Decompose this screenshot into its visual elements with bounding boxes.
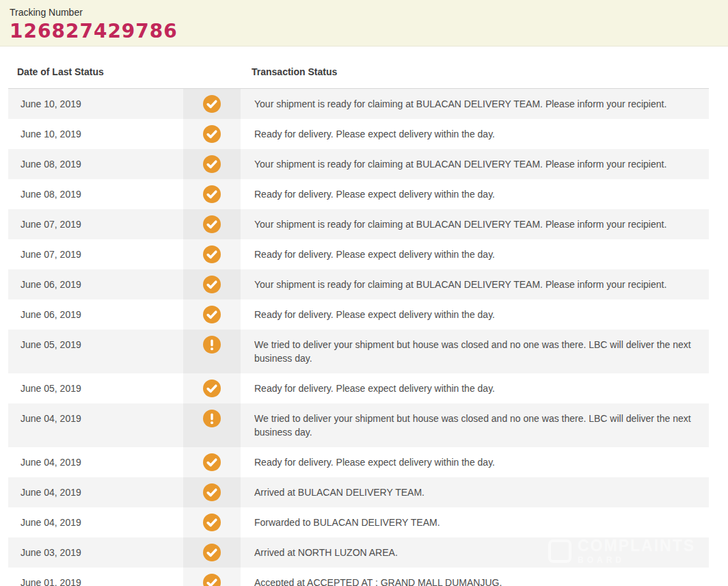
status-date: June 07, 2019: [8, 239, 183, 269]
status-icon-cell: [183, 373, 241, 403]
status-text: Your shipment is ready for claiming at B…: [241, 149, 709, 179]
status-icon-cell: [183, 299, 241, 330]
status-icon-cell: [183, 269, 241, 299]
status-date: June 07, 2019: [8, 209, 183, 239]
table-row: June 10, 2019Ready for delivery. Please …: [8, 119, 709, 149]
check-icon: [203, 306, 221, 323]
table-row: June 04, 2019Arrived at BULACAN DELIVERY…: [8, 477, 709, 507]
table-row: June 10, 2019Your shipment is ready for …: [8, 89, 709, 120]
alert-icon: [203, 336, 221, 354]
status-icon-cell: [183, 330, 241, 373]
status-icon-cell: [183, 89, 241, 120]
check-icon: [203, 379, 221, 397]
status-date: June 04, 2019: [8, 507, 183, 537]
status-date: June 04, 2019: [8, 477, 183, 507]
table-row: June 06, 2019Ready for delivery. Please …: [8, 299, 709, 330]
status-text: Accepted at ACCEPTED AT : GRAND MALL DUM…: [241, 568, 709, 586]
check-icon: [203, 453, 221, 471]
check-icon: [203, 185, 221, 203]
status-icon-cell: [183, 179, 241, 209]
tracking-number-label: Tracking Number: [10, 7, 728, 18]
status-text: Forwarded to BULACAN DELIVERY TEAM.: [241, 507, 709, 537]
status-icon-cell: [183, 149, 241, 179]
tracking-history-panel: Date of Last Status Transaction Status J…: [8, 46, 709, 586]
check-icon: [203, 125, 221, 143]
table-row: June 06, 2019Your shipment is ready for …: [8, 269, 709, 299]
check-icon: [203, 155, 221, 173]
table-row: June 05, 2019Ready for delivery. Please …: [8, 373, 709, 403]
status-date: June 04, 2019: [8, 403, 183, 447]
status-text: Ready for delivery. Please expect delive…: [241, 373, 709, 403]
table-row: June 04, 2019Ready for delivery. Please …: [8, 447, 709, 477]
table-row: June 05, 2019We tried to deliver your sh…: [8, 330, 709, 373]
table-row: June 07, 2019Your shipment is ready for …: [8, 209, 709, 239]
table-row: June 08, 2019Ready for delivery. Please …: [8, 179, 709, 209]
table-row: June 04, 2019We tried to deliver your sh…: [8, 403, 709, 447]
check-icon: [203, 215, 221, 233]
table-header-row: Date of Last Status Transaction Status: [8, 46, 709, 89]
tracking-number-value: 126827429786: [10, 20, 728, 42]
check-icon: [203, 514, 221, 531]
status-date: June 10, 2019: [8, 89, 183, 120]
status-text: Your shipment is ready for claiming at B…: [241, 269, 709, 299]
check-icon: [203, 276, 221, 293]
status-text: Ready for delivery. Please expect delive…: [241, 447, 709, 477]
status-date: June 08, 2019: [8, 179, 183, 209]
table-row: June 01, 2019Accepted at ACCEPTED AT : G…: [8, 568, 709, 586]
status-date: June 05, 2019: [8, 373, 183, 403]
status-icon-cell: [183, 568, 241, 586]
status-text: Ready for delivery. Please expect delive…: [241, 179, 709, 209]
status-date: June 10, 2019: [8, 119, 183, 149]
status-icon-cell: [183, 477, 241, 507]
alert-icon: [203, 410, 221, 427]
status-text: Arrived at BULACAN DELIVERY TEAM.: [241, 477, 709, 507]
status-icon-cell: [183, 447, 241, 477]
check-icon: [203, 483, 221, 501]
check-icon: [203, 544, 221, 561]
status-date: June 06, 2019: [8, 269, 183, 299]
check-icon: [203, 574, 221, 586]
table-row: June 07, 2019Ready for delivery. Please …: [8, 239, 709, 269]
status-text: Ready for delivery. Please expect delive…: [241, 299, 709, 330]
status-text: We tried to deliver your shipment but ho…: [241, 403, 709, 447]
status-text: We tried to deliver your shipment but ho…: [241, 330, 709, 373]
status-icon-cell: [183, 537, 241, 568]
table-row: June 03, 2019Arrived at NORTH LUZON AREA…: [8, 537, 709, 568]
check-icon: [203, 95, 221, 113]
table-row: June 04, 2019Forwarded to BULACAN DELIVE…: [8, 507, 709, 537]
status-icon-cell: [183, 119, 241, 149]
status-icon-cell: [183, 507, 241, 537]
status-text: Your shipment is ready for claiming at B…: [241, 209, 709, 239]
check-icon: [203, 245, 221, 263]
status-date: June 05, 2019: [8, 330, 183, 373]
table-row: June 08, 2019Your shipment is ready for …: [8, 149, 709, 179]
column-header-icon: [183, 46, 241, 89]
status-text: Ready for delivery. Please expect delive…: [241, 119, 709, 149]
tracking-history-table: Date of Last Status Transaction Status J…: [8, 46, 709, 586]
status-date: June 06, 2019: [8, 299, 183, 330]
status-icon-cell: [183, 403, 241, 447]
tracking-page: { "banner": { "label": "Tracking Number"…: [0, 0, 728, 586]
status-date: June 08, 2019: [8, 149, 183, 179]
tracking-banner: Tracking Number 126827429786: [0, 0, 728, 46]
status-date: June 04, 2019: [8, 447, 183, 477]
status-icon-cell: [183, 239, 241, 269]
tracking-table-body: June 10, 2019Your shipment is ready for …: [8, 89, 709, 586]
column-header-status: Transaction Status: [241, 46, 709, 89]
status-text: Your shipment is ready for claiming at B…: [241, 89, 709, 120]
status-date: June 01, 2019: [8, 568, 183, 586]
column-header-date: Date of Last Status: [8, 46, 183, 89]
status-icon-cell: [183, 209, 241, 239]
status-date: June 03, 2019: [8, 537, 183, 568]
status-text: Ready for delivery. Please expect delive…: [241, 239, 709, 269]
status-text: Arrived at NORTH LUZON AREA.: [241, 537, 709, 568]
